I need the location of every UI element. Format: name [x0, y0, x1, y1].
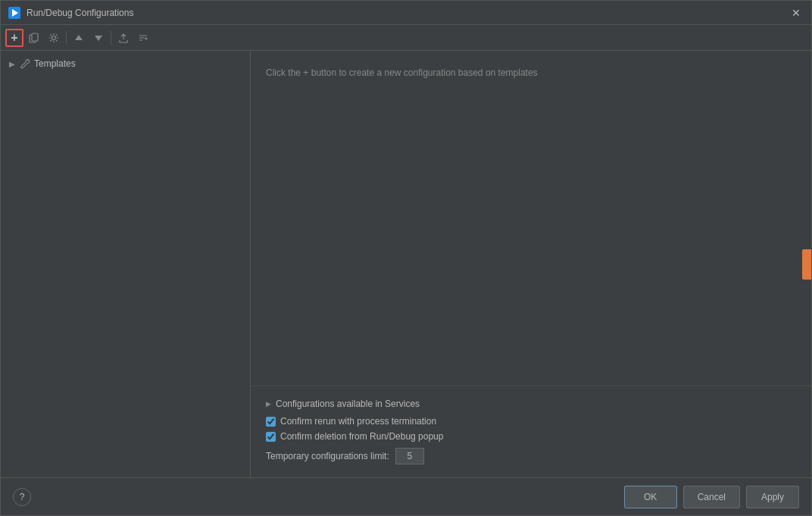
svg-marker-6	[95, 36, 102, 41]
configurations-services-section[interactable]: ▶ Configurations available in Services	[266, 394, 796, 414]
right-panel: Click the + button to create a new confi…	[251, 51, 811, 477]
svg-marker-5	[75, 35, 83, 40]
run-debug-dialog: Run/Debug Configurations ✕ +	[0, 0, 812, 516]
sort-button[interactable]	[134, 29, 152, 47]
confirm-rerun-label[interactable]: Confirm rerun with process termination	[280, 416, 436, 427]
confirm-deletion-label[interactable]: Confirm deletion from Run/Debug popup	[280, 431, 443, 442]
ok-button[interactable]: OK	[624, 486, 677, 508]
toolbar: +	[1, 25, 811, 51]
wrench-icon	[19, 58, 31, 70]
section-collapse-arrow: ▶	[266, 400, 271, 408]
main-content-area: ▶ Templates Click the + button to create…	[1, 51, 811, 477]
cancel-button[interactable]: Cancel	[683, 486, 740, 508]
copy-button[interactable]	[25, 29, 43, 47]
confirm-deletion-row: Confirm deletion from Run/Debug popup	[266, 429, 796, 444]
templates-label: Templates	[34, 58, 76, 69]
templates-tree-item[interactable]: ▶ Templates	[1, 54, 250, 73]
configurations-services-label: Configurations available in Services	[276, 399, 420, 409]
move-down-button[interactable]	[89, 29, 108, 47]
svg-marker-7	[145, 37, 148, 39]
help-button[interactable]: ?	[13, 488, 31, 506]
confirm-rerun-row: Confirm rerun with process termination	[266, 414, 796, 429]
add-button[interactable]: +	[5, 29, 23, 47]
svg-rect-3	[32, 33, 38, 41]
title-bar: Run/Debug Configurations ✕	[1, 1, 811, 25]
app-icon	[8, 7, 20, 19]
toolbar-separator2	[111, 31, 111, 45]
svg-point-4	[52, 36, 56, 39]
tree-arrow: ▶	[7, 58, 17, 69]
dialog-footer: ? OK Cancel Apply	[1, 477, 811, 515]
hint-area: Click the + button to create a new confi…	[251, 51, 811, 386]
bottom-section: ▶ Configurations available in Services C…	[251, 386, 811, 477]
confirm-rerun-checkbox[interactable]	[266, 417, 276, 427]
svg-point-8	[27, 60, 28, 61]
temp-limit-label: Temporary configurations limit:	[266, 451, 389, 461]
share-button[interactable]	[114, 29, 133, 47]
move-up-button[interactable]	[70, 29, 88, 47]
footer-left: ?	[13, 488, 618, 506]
apply-button[interactable]: Apply	[746, 486, 799, 508]
dialog-title: Run/Debug Configurations	[27, 8, 133, 18]
plus-symbol: +	[303, 67, 308, 78]
toolbar-separator	[66, 31, 67, 45]
left-panel: ▶ Templates	[1, 51, 251, 477]
hint-text: Click the + button to create a new confi…	[266, 67, 538, 78]
temp-limit-row: Temporary configurations limit:	[266, 444, 796, 466]
close-button[interactable]: ✕	[789, 5, 804, 20]
plugin-indicator	[802, 249, 811, 280]
settings-button[interactable]	[45, 29, 63, 47]
title-bar-left: Run/Debug Configurations	[8, 7, 133, 19]
temp-limit-input[interactable]	[395, 448, 424, 464]
confirm-deletion-checkbox[interactable]	[266, 432, 276, 442]
